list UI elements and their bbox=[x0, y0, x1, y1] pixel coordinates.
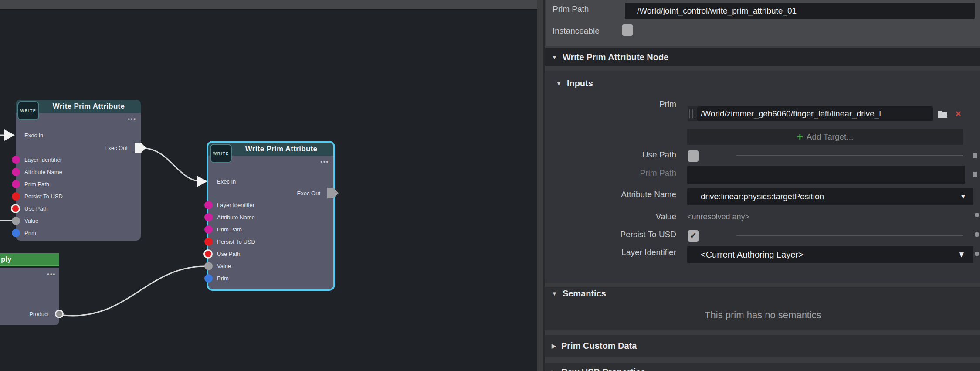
node-title: ply bbox=[0, 255, 12, 264]
node-port[interactable]: Persist To USD bbox=[208, 235, 333, 248]
write-node-badge-icon: WRITE bbox=[17, 101, 39, 120]
node-port[interactable]: Use Path bbox=[208, 248, 333, 260]
prim-input-label: Prim bbox=[566, 99, 676, 109]
persist-to-usd-label: Persist To USD bbox=[566, 230, 676, 239]
prim-path-input-label: Prim Path bbox=[566, 168, 676, 178]
node-port[interactable]: Value bbox=[208, 260, 333, 272]
semantics-empty-message: This prim has no semantics bbox=[546, 310, 980, 321]
node-port[interactable]: Prim Path bbox=[208, 223, 333, 235]
prim-custom-data-header[interactable]: ▶ Prim Custom Data bbox=[552, 341, 637, 351]
node-title: Write Prim Attribute bbox=[32, 102, 125, 111]
input-port-list: Layer Identifier Attribute Name Prim Pat… bbox=[208, 199, 333, 284]
reset-default-indicator[interactable] bbox=[975, 213, 979, 217]
instanceable-checkbox[interactable] bbox=[622, 24, 633, 36]
node-menu-dots-icon[interactable]: ••• bbox=[128, 116, 136, 122]
port-dot-icon[interactable] bbox=[12, 156, 20, 164]
property-panel: Prim Path /World/joint_control/write_pri… bbox=[546, 0, 980, 371]
prim-path-input-field[interactable] bbox=[687, 166, 965, 184]
exec-in-port[interactable]: Exec In bbox=[208, 175, 333, 187]
port-dot-icon[interactable] bbox=[204, 262, 213, 270]
triangle-collapsed-icon: ▶ bbox=[552, 343, 556, 349]
dropdown-arrow-icon[interactable]: ▼ bbox=[957, 250, 966, 259]
product-output-port[interactable]: Product bbox=[29, 308, 49, 320]
node-multiply-partial[interactable]: ply ••• Product bbox=[0, 253, 59, 325]
node-port[interactable]: Layer Identifier bbox=[16, 153, 141, 166]
attribute-name-dropdown[interactable]: drive:linear:physics:targetPosition bbox=[687, 188, 973, 205]
node-title-bar[interactable]: ply bbox=[0, 253, 59, 266]
row-separator bbox=[736, 235, 963, 236]
port-dot-icon[interactable] bbox=[203, 249, 213, 259]
port-dot-icon[interactable] bbox=[11, 204, 20, 213]
node-port[interactable]: Prim bbox=[208, 272, 333, 284]
exec-in-port[interactable]: Exec In bbox=[16, 129, 141, 141]
omnigraph-editor-window: Write Prim Attribute WRITE ••• Exec In E… bbox=[0, 0, 980, 371]
node-section-header[interactable]: ▼ Write Prim Attribute Node bbox=[552, 52, 668, 62]
exec-in-arrow-icon[interactable] bbox=[197, 176, 207, 187]
port-dot-icon[interactable] bbox=[204, 201, 213, 209]
use-path-checkbox[interactable] bbox=[688, 150, 699, 162]
exec-out-port[interactable]: Exec Out bbox=[208, 187, 333, 199]
reset-default-indicator[interactable] bbox=[975, 232, 979, 237]
folder-icon[interactable] bbox=[937, 108, 948, 119]
plus-icon: + bbox=[797, 131, 803, 143]
node-menu-dots-icon[interactable]: ••• bbox=[47, 271, 56, 277]
prim-target-field[interactable]: /World/zimmer_geh6060/finger_left/linear… bbox=[697, 106, 933, 121]
node-port[interactable]: Prim Path bbox=[16, 178, 141, 190]
triangle-expanded-icon: ▼ bbox=[552, 54, 557, 61]
port-dot-icon[interactable] bbox=[12, 168, 20, 176]
triangle-expanded-icon: ▼ bbox=[552, 290, 557, 297]
partial-bottom-section[interactable]: ▶ Raw USD Properties bbox=[545, 363, 980, 371]
clear-target-button[interactable]: ✕ bbox=[955, 109, 962, 119]
persist-to-usd-checkbox[interactable]: ✓ bbox=[688, 230, 699, 242]
node-menu-dots-icon[interactable]: ••• bbox=[320, 158, 329, 165]
checkmark-icon: ✓ bbox=[688, 230, 699, 242]
value-label: Value bbox=[566, 212, 676, 221]
node-port[interactable]: Prim bbox=[16, 227, 141, 239]
triangle-collapsed-icon: ▶ bbox=[552, 369, 556, 371]
use-path-label: Use Path bbox=[566, 150, 676, 160]
attribute-name-label: Attribute Name bbox=[566, 190, 676, 199]
node-write-prim-attribute-1[interactable]: Write Prim Attribute WRITE ••• Exec In E… bbox=[16, 100, 141, 241]
port-dot-icon[interactable] bbox=[204, 213, 213, 221]
exec-in-arrow-icon[interactable] bbox=[4, 129, 15, 141]
dropdown-arrow-icon[interactable]: ▼ bbox=[960, 193, 966, 200]
port-dot-icon[interactable] bbox=[204, 274, 213, 283]
layer-identifier-label: Layer Identifier bbox=[566, 248, 676, 257]
port-dot-icon[interactable] bbox=[12, 192, 20, 201]
node-port[interactable]: Attribute Name bbox=[208, 211, 333, 223]
port-dot-icon[interactable] bbox=[12, 180, 20, 188]
triangle-expanded-icon: ▼ bbox=[556, 80, 562, 87]
prim-path-label: Prim Path bbox=[553, 4, 589, 14]
reset-default-indicator[interactable] bbox=[973, 153, 977, 158]
semantics-header[interactable]: ▼ Semantics bbox=[552, 289, 606, 299]
value-unresolved-text: <unresolved any> bbox=[687, 212, 749, 221]
port-dot-icon[interactable] bbox=[204, 225, 213, 234]
prim-drag-handle[interactable] bbox=[688, 106, 697, 121]
reset-default-indicator[interactable] bbox=[973, 172, 977, 177]
partial-section-header[interactable]: ▶ Raw USD Properties bbox=[552, 367, 980, 371]
port-dot-icon[interactable] bbox=[12, 217, 20, 225]
reset-default-indicator[interactable] bbox=[975, 252, 979, 256]
row-separator bbox=[736, 155, 963, 156]
node-port[interactable]: Use Path bbox=[16, 202, 141, 214]
instanceable-label: Instanceable bbox=[553, 26, 600, 36]
product-plug-icon[interactable] bbox=[55, 310, 64, 318]
node-port[interactable]: Persist To USD bbox=[16, 190, 141, 202]
port-dot-icon[interactable] bbox=[12, 229, 20, 237]
node-graph-canvas[interactable]: Write Prim Attribute WRITE ••• Exec In E… bbox=[0, 0, 537, 371]
input-port-list: Layer Identifier Attribute Name Prim Pat… bbox=[16, 153, 141, 239]
port-dot-icon[interactable] bbox=[204, 238, 213, 246]
layer-identifier-dropdown[interactable]: <Current Authoring Layer> bbox=[687, 246, 973, 263]
node-port[interactable]: Attribute Name bbox=[16, 166, 141, 178]
node-port[interactable]: Layer Identifier bbox=[208, 199, 333, 211]
node-write-prim-attribute-2-selected[interactable]: Write Prim Attribute WRITE ••• Exec In E… bbox=[208, 143, 333, 289]
write-node-badge-icon: WRITE bbox=[210, 144, 232, 163]
node-title: Write Prim Attribute bbox=[224, 145, 318, 153]
semantics-frame bbox=[545, 287, 980, 330]
exec-out-port[interactable]: Exec Out bbox=[16, 142, 141, 154]
inputs-header[interactable]: ▼ Inputs bbox=[556, 78, 593, 88]
add-target-button[interactable]: + Add Target... bbox=[687, 129, 963, 145]
node-port[interactable]: Value bbox=[16, 214, 141, 227]
prim-path-field[interactable]: /World/joint_control/write_prim_attribut… bbox=[625, 3, 975, 19]
